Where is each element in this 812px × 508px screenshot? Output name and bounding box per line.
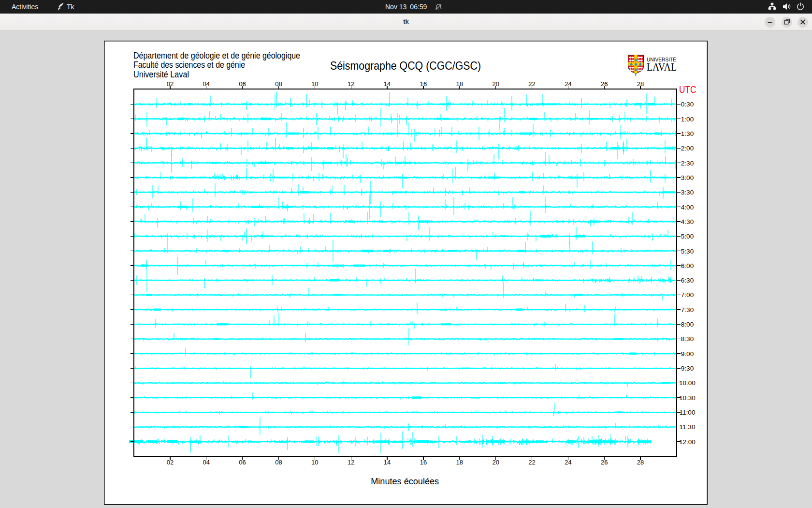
svg-text:9:00: 9:00 [681, 350, 694, 358]
svg-text:1:30: 1:30 [681, 130, 694, 137]
svg-text:08: 08 [275, 80, 282, 88]
svg-text:16: 16 [420, 459, 427, 466]
svg-text:08: 08 [275, 459, 282, 466]
svg-text:3:30: 3:30 [681, 189, 694, 196]
svg-text:04: 04 [203, 459, 209, 466]
svg-text:20: 20 [492, 80, 499, 88]
svg-text:11:00: 11:00 [680, 409, 696, 416]
svg-text:5:30: 5:30 [681, 248, 694, 255]
svg-text:28: 28 [637, 80, 644, 88]
svg-text:5:00: 5:00 [681, 233, 694, 240]
svg-text:28: 28 [637, 459, 644, 466]
svg-text:11:30: 11:30 [680, 423, 696, 431]
svg-text:8:30: 8:30 [681, 335, 694, 343]
svg-text:16: 16 [420, 80, 427, 88]
svg-text:Faculté des sciences et de gén: Faculté des sciences et de génie [133, 60, 245, 70]
svg-text:10: 10 [311, 80, 318, 88]
svg-text:14: 14 [384, 459, 391, 466]
svg-text:Département de géologie et de: Département de géologie et de génie géol… [133, 51, 300, 60]
svg-text:10: 10 [311, 459, 318, 466]
svg-text:20: 20 [492, 459, 499, 466]
svg-text:LAVAL: LAVAL [647, 61, 677, 73]
svg-text:18: 18 [456, 459, 463, 466]
svg-text:Séismographe QCQ (CGC/GSC): Séismographe QCQ (CGC/GSC) [330, 59, 481, 72]
svg-text:02: 02 [167, 80, 174, 88]
svg-text:10:00: 10:00 [679, 379, 696, 387]
svg-text:Minutes écoulées: Minutes écoulées [371, 477, 439, 486]
svg-text:12: 12 [348, 80, 354, 88]
svg-text:4:00: 4:00 [681, 204, 694, 211]
svg-text:7:00: 7:00 [681, 291, 694, 299]
svg-text:26: 26 [601, 459, 608, 466]
svg-text:8:00: 8:00 [681, 321, 694, 328]
svg-text:06: 06 [239, 80, 246, 88]
svg-text:02: 02 [167, 459, 174, 466]
svg-text:06: 06 [239, 459, 246, 466]
svg-text:10:30: 10:30 [679, 394, 696, 402]
svg-text:9:30: 9:30 [681, 365, 694, 372]
svg-text:3:00: 3:00 [681, 174, 694, 181]
svg-text:18: 18 [456, 80, 463, 88]
svg-text:22: 22 [528, 459, 535, 466]
svg-text:12: 12 [348, 459, 354, 466]
svg-text:6:30: 6:30 [681, 277, 694, 284]
svg-text:04: 04 [203, 80, 209, 88]
svg-text:4:30: 4:30 [681, 218, 694, 225]
svg-text:22: 22 [528, 80, 535, 88]
svg-text:1:00: 1:00 [681, 116, 694, 123]
svg-text:24: 24 [565, 80, 571, 88]
svg-text:14: 14 [384, 80, 391, 88]
svg-text:UTC: UTC [679, 84, 696, 95]
svg-text:12:00: 12:00 [679, 438, 696, 446]
svg-text:24: 24 [565, 459, 571, 466]
svg-text:6:00: 6:00 [681, 262, 694, 269]
svg-text:0:30: 0:30 [681, 101, 694, 108]
svg-text:26: 26 [601, 80, 608, 88]
svg-text:7:30: 7:30 [681, 306, 694, 314]
svg-text:2:30: 2:30 [681, 160, 694, 167]
svg-text:Université Laval: Université Laval [133, 70, 189, 79]
svg-text:2:00: 2:00 [681, 145, 694, 152]
